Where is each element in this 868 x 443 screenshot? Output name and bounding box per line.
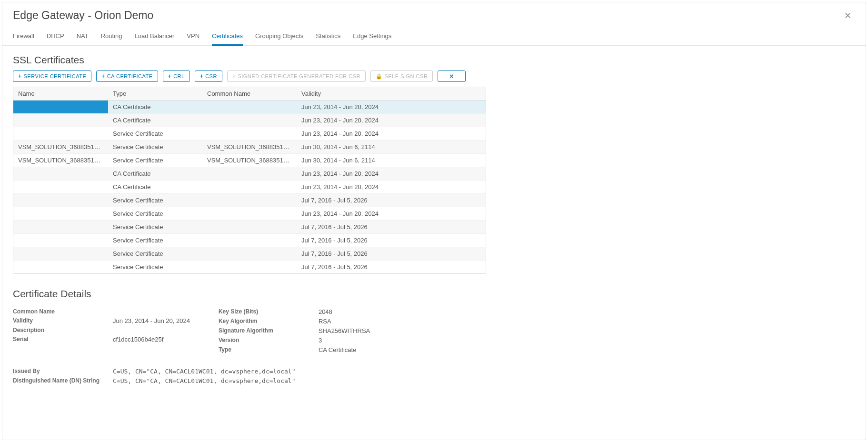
close-button[interactable]: ✕ [840,10,855,22]
common-name-value [113,308,190,315]
version-label: Version [219,337,319,344]
button-label: CSR [205,73,217,79]
cell-validity: Jun 23, 2014 - Jun 20, 2024 [297,101,486,113]
table-row[interactable]: Service CertificateJun 23, 2014 - Jun 20… [13,127,486,141]
table-row[interactable]: CA CertificateJun 23, 2014 - Jun 20, 202… [13,167,486,181]
tab-dhcp[interactable]: DHCP [47,30,64,45]
column-header-common-name[interactable]: Common Name [202,87,297,100]
common-name-label: Common Name [13,308,113,315]
button-label: SERVICE CERTIFICATE [24,73,87,79]
add-ca-certificate-button[interactable]: + CA CERTIFICATE [96,70,158,82]
validity-value: Jun 23, 2014 - Jun 20, 2024 [113,317,190,324]
plus-icon: + [18,73,22,80]
plus-icon: + [101,73,105,80]
details-bottom: Issued By C=US, CN="CA, CN=CACL01WC01, d… [13,368,855,384]
table-row[interactable]: Service CertificateJul 7, 2016 - Jul 5, … [13,261,486,273]
cell-validity: Jun 30, 2014 - Jun 6, 2114 [297,141,486,153]
cell-name [13,207,108,220]
details-section-title: Certificate Details [13,288,855,300]
x-icon: × [449,73,454,80]
content-body: SSL Certificates + SERVICE CERTIFICATE +… [2,46,866,393]
key-size-value: 2048 [319,308,370,315]
cell-type: CA Certificate [108,167,202,180]
type-label: Type [219,346,319,353]
certificates-table: Name Type Common Name Validity CA Certif… [13,87,486,274]
tab-bar: FirewallDHCPNATRoutingLoad BalancerVPNCe… [2,25,866,46]
signature-algorithm-value: SHA256WITHRSA [319,327,370,334]
cell-name: VSM_SOLUTION_36883519-a24c... [13,154,108,167]
cell-name [13,247,108,260]
column-header-name[interactable]: Name [13,87,108,100]
table-row[interactable]: VSM_SOLUTION_36883519-a24c...Service Cer… [13,141,486,154]
tab-statistics[interactable]: Statistics [316,30,340,45]
close-icon: ✕ [844,11,851,20]
tab-grouping-objects[interactable]: Grouping Objects [255,30,303,45]
tab-load-balancer[interactable]: Load Balancer [135,30,175,45]
issued-by-label: Issued By [13,368,113,375]
cell-common-name [202,101,297,113]
cell-type: CA Certificate [108,101,202,113]
tab-edge-settings[interactable]: Edge Settings [353,30,391,45]
add-service-certificate-button[interactable]: + SERVICE CERTIFICATE [13,70,91,82]
description-value [113,327,190,333]
action-button-row: + SERVICE CERTIFICATE + CA CERTIFICATE +… [13,70,855,82]
tab-nat[interactable]: NAT [77,30,89,45]
cell-validity: Jun 30, 2014 - Jun 6, 2114 [297,154,486,167]
cell-name [13,261,108,273]
button-label: SELF-SIGN CSR [384,73,428,79]
add-csr-button[interactable]: + CSR [195,70,222,82]
serial-label: Serial [13,336,113,343]
tab-vpn[interactable]: VPN [187,30,200,45]
cell-type: Service Certificate [108,141,202,153]
table-row[interactable]: CA CertificateJun 23, 2014 - Jun 20, 202… [13,181,486,194]
signed-for-csr-button: + SIGNED CERTIFICATE GENERATED FOR CSR [227,70,366,82]
cell-type: Service Certificate [108,221,202,233]
table-row[interactable]: Service CertificateJun 23, 2014 - Jun 20… [13,207,486,221]
cell-common-name [202,207,297,220]
key-algorithm-label: Key Algorithm [219,318,319,325]
validity-label: Validity [13,317,113,324]
cell-name [13,194,108,207]
cell-validity: Jul 7, 2016 - Jul 5, 2026 [297,194,486,207]
table-row[interactable]: CA CertificateJun 23, 2014 - Jun 20, 202… [13,101,486,114]
table-row[interactable]: Service CertificateJul 7, 2016 - Jul 5, … [13,247,486,261]
table-row[interactable]: Service CertificateJul 7, 2016 - Jul 5, … [13,194,486,207]
cell-common-name [202,247,297,260]
tab-routing[interactable]: Routing [101,30,122,45]
modal-frame: Edge Gateway - Orion Demo ✕ FirewallDHCP… [2,2,866,440]
issued-by-value: C=US, CN="CA, CN=CACL01WC01, dc=vsphere,… [113,368,855,375]
lock-icon: 🔒 [376,73,383,80]
button-label: CA CERTIFICATE [107,73,153,79]
cell-name: VSM_SOLUTION_36883519-a24c... [13,141,108,153]
key-size-label: Key Size (Bits) [219,308,319,315]
table-row[interactable]: Service CertificateJul 7, 2016 - Jul 5, … [13,234,486,247]
cell-common-name [202,234,297,247]
details-grid: Common Name Validity Jun 23, 2014 - Jun … [13,308,855,353]
page-title: Edge Gateway - Orion Demo [13,9,153,22]
table-header-row: Name Type Common Name Validity [13,87,486,101]
plus-icon: + [200,73,204,80]
signature-algorithm-label: Signature Algorithm [219,327,319,334]
table-row[interactable]: CA CertificateJun 23, 2014 - Jun 20, 202… [13,114,486,127]
tab-certificates[interactable]: Certificates [212,30,243,46]
serial-value: cf1dcc1506b4e25f [113,336,190,343]
table-row[interactable]: VSM_SOLUTION_36883519-a24c...Service Cer… [13,154,486,167]
cell-common-name [202,167,297,180]
delete-button[interactable]: × [438,70,466,82]
self-sign-csr-button: 🔒 SELF-SIGN CSR [370,70,433,82]
tab-firewall[interactable]: Firewall [13,30,34,45]
cell-name [13,221,108,233]
cell-validity: Jun 23, 2014 - Jun 20, 2024 [297,181,486,193]
type-value: CA Certificate [319,346,370,353]
dn-string-value: C=US, CN="CA, CN=CACL01WC01, dc=vsphere,… [113,377,855,384]
button-label: CRL [173,73,185,79]
description-label: Description [13,327,113,333]
column-header-type[interactable]: Type [108,87,202,100]
table-row[interactable]: Service CertificateJul 7, 2016 - Jul 5, … [13,221,486,234]
column-header-validity[interactable]: Validity [297,87,486,100]
cell-validity: Jul 7, 2016 - Jul 5, 2026 [297,261,486,273]
dn-string-label: Distinguished Name (DN) String [13,377,113,384]
add-crl-button[interactable]: + CRL [163,70,190,82]
cell-validity: Jul 7, 2016 - Jul 5, 2026 [297,221,486,233]
cell-type: CA Certificate [108,114,202,127]
